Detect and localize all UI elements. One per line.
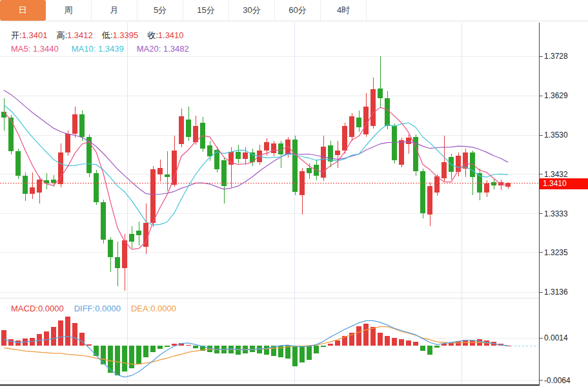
ma20-value: 1.3482 <box>163 44 189 54</box>
ma5-label: MA5: <box>11 44 30 54</box>
low-value: 1.3395 <box>112 30 138 40</box>
open-value: 1.3401 <box>22 30 48 40</box>
svg-text:1.3728: 1.3728 <box>544 52 568 61</box>
macd-value: 0.0000 <box>38 304 64 313</box>
ma10-label: MA10: <box>72 44 96 54</box>
svg-text:1.3530: 1.3530 <box>544 131 568 140</box>
tab-week[interactable]: 周 <box>46 0 92 21</box>
last-price-badge: 1.3410 <box>540 178 588 189</box>
low-label: 低: <box>102 30 113 40</box>
grid-layer <box>0 23 539 385</box>
close-value: 1.3410 <box>158 30 184 40</box>
tab-30min[interactable]: 30分 <box>229 0 275 21</box>
svg-text:1.3136: 1.3136 <box>544 288 568 297</box>
ohlc-readout: 开:1.3401 高:1.3412 低:1.3395 收:1.3410 <box>11 30 193 41</box>
dea-label: DEA: <box>131 304 150 313</box>
high-label: 高: <box>56 30 67 40</box>
tab-5min[interactable]: 5分 <box>137 0 183 21</box>
open-label: 开: <box>11 30 22 40</box>
timeframe-tabbar: 日 周 月 5分 15分 30分 60分 4时 <box>0 0 588 21</box>
svg-text:1.3629: 1.3629 <box>544 91 568 100</box>
ma20-label: MA20: <box>137 44 161 54</box>
tab-60min[interactable]: 60分 <box>275 0 321 21</box>
ma-readout: MA5: 1.3440 MA10: 1.3439 MA20: 1.3482 <box>11 44 202 54</box>
ma20-line <box>4 90 508 194</box>
close-label: 收: <box>147 30 158 40</box>
ma5-value: 1.3440 <box>33 44 59 54</box>
tab-15min[interactable]: 15分 <box>183 0 229 21</box>
svg-text:1.3432: 1.3432 <box>544 170 568 179</box>
price-axis: 1.37281.36291.35301.34321.33331.32351.31… <box>0 23 571 385</box>
svg-text:-0.0064: -0.0064 <box>544 376 571 385</box>
macd-lines <box>4 320 538 377</box>
diff-label: DIFF: <box>74 304 96 313</box>
macd-label: MACD: <box>11 304 38 313</box>
diff-value: 0.0000 <box>95 304 121 313</box>
svg-text:1.3333: 1.3333 <box>544 209 568 218</box>
trading-chart-app: 日 周 月 5分 15分 30分 60分 4时 1.37281.36291.35… <box>0 0 588 387</box>
ma10-value: 1.3439 <box>98 44 124 54</box>
svg-text:0.0014: 0.0014 <box>544 333 568 342</box>
macd-histogram <box>1 317 511 375</box>
tab-day[interactable]: 日 <box>0 0 46 21</box>
macd-readout: MACD:0.0000 DIFF:0.0000 DEA:0.0000 <box>11 304 189 313</box>
high-value: 1.3412 <box>67 30 93 40</box>
tab-4hour[interactable]: 4时 <box>321 0 367 21</box>
svg-text:1.3235: 1.3235 <box>544 248 568 257</box>
ma-lines-layer <box>4 90 508 249</box>
candlestick-macd-chart[interactable]: 1.37281.36291.35301.34321.33331.32351.31… <box>0 21 588 387</box>
dea-value: 0.0000 <box>150 304 176 313</box>
tab-month[interactable]: 月 <box>92 0 137 21</box>
